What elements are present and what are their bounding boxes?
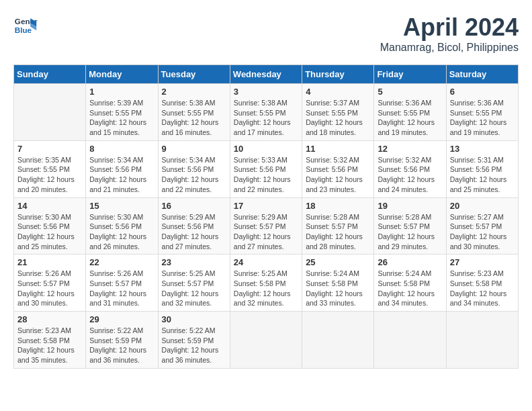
calendar-header-friday: Friday	[374, 65, 446, 84]
day-number: 5	[378, 87, 442, 97]
title-area: April 2024 Manamrag, Bicol, Philippines	[380, 13, 519, 54]
calendar-cell: 27Sunrise: 5:23 AMSunset: 5:58 PMDayligh…	[446, 255, 518, 312]
day-detail: Sunrise: 5:35 AMSunset: 5:55 PMDaylight:…	[17, 155, 82, 195]
day-detail: Sunrise: 5:26 AMSunset: 5:57 PMDaylight:…	[89, 269, 154, 308]
day-detail: Sunrise: 5:22 AMSunset: 5:59 PMDaylight:…	[89, 326, 154, 365]
day-detail: Sunrise: 5:34 AMSunset: 5:56 PMDaylight:…	[162, 155, 226, 195]
day-number: 28	[17, 314, 82, 324]
calendar-cell: 30Sunrise: 5:22 AMSunset: 5:59 PMDayligh…	[158, 312, 230, 369]
day-detail: Sunrise: 5:25 AMSunset: 5:58 PMDaylight:…	[234, 269, 298, 308]
calendar-cell: 7Sunrise: 5:35 AMSunset: 5:55 PMDaylight…	[14, 140, 86, 197]
calendar-week-4: 21Sunrise: 5:26 AMSunset: 5:57 PMDayligh…	[14, 255, 519, 312]
calendar-cell: 10Sunrise: 5:33 AMSunset: 5:56 PMDayligh…	[230, 140, 302, 197]
day-detail: Sunrise: 5:39 AMSunset: 5:55 PMDaylight:…	[89, 98, 154, 138]
calendar-cell	[374, 312, 446, 369]
day-number: 24	[234, 257, 298, 267]
calendar-cell: 18Sunrise: 5:28 AMSunset: 5:57 PMDayligh…	[302, 197, 374, 255]
day-number: 9	[162, 144, 226, 154]
day-detail: Sunrise: 5:24 AMSunset: 5:58 PMDaylight:…	[306, 269, 370, 308]
calendar-week-5: 28Sunrise: 5:23 AMSunset: 5:58 PMDayligh…	[14, 312, 519, 369]
day-detail: Sunrise: 5:26 AMSunset: 5:57 PMDaylight:…	[17, 269, 82, 308]
day-number: 18	[306, 201, 370, 211]
day-number: 20	[450, 201, 515, 211]
day-detail: Sunrise: 5:23 AMSunset: 5:58 PMDaylight:…	[450, 269, 515, 308]
day-number: 1	[89, 87, 154, 97]
calendar-cell: 12Sunrise: 5:32 AMSunset: 5:56 PMDayligh…	[374, 140, 446, 197]
page-header: General Blue April 2024 Manamrag, Bicol,…	[13, 13, 519, 54]
day-detail: Sunrise: 5:30 AMSunset: 5:56 PMDaylight:…	[89, 212, 154, 252]
calendar-cell	[230, 312, 302, 369]
day-number: 7	[17, 144, 82, 154]
calendar-cell: 4Sunrise: 5:37 AMSunset: 5:55 PMDaylight…	[302, 84, 374, 141]
calendar-header-tuesday: Tuesday	[158, 65, 230, 84]
calendar-cell: 28Sunrise: 5:23 AMSunset: 5:58 PMDayligh…	[14, 312, 86, 369]
day-detail: Sunrise: 5:32 AMSunset: 5:56 PMDaylight:…	[306, 155, 370, 195]
day-number: 19	[378, 201, 442, 211]
svg-text:Blue: Blue	[15, 26, 32, 34]
day-number: 17	[234, 201, 298, 211]
day-detail: Sunrise: 5:29 AMSunset: 5:57 PMDaylight:…	[234, 212, 298, 252]
calendar-cell: 24Sunrise: 5:25 AMSunset: 5:58 PMDayligh…	[230, 255, 302, 312]
calendar-cell: 11Sunrise: 5:32 AMSunset: 5:56 PMDayligh…	[302, 140, 374, 197]
day-number: 13	[450, 144, 515, 154]
day-detail: Sunrise: 5:24 AMSunset: 5:58 PMDaylight:…	[378, 269, 442, 308]
calendar-table: SundayMondayTuesdayWednesdayThursdayFrid…	[13, 64, 519, 369]
day-number: 29	[89, 314, 154, 324]
calendar-week-1: 1Sunrise: 5:39 AMSunset: 5:55 PMDaylight…	[14, 84, 519, 141]
calendar-body: 1Sunrise: 5:39 AMSunset: 5:55 PMDaylight…	[14, 84, 519, 369]
calendar-cell	[302, 312, 374, 369]
day-number: 27	[450, 257, 515, 267]
day-number: 4	[306, 87, 370, 97]
day-number: 21	[17, 257, 82, 267]
day-number: 30	[162, 314, 226, 324]
logo: General Blue	[13, 13, 38, 38]
day-number: 11	[306, 144, 370, 154]
day-number: 25	[306, 257, 370, 267]
day-detail: Sunrise: 5:31 AMSunset: 5:56 PMDaylight:…	[450, 155, 515, 195]
calendar-cell: 13Sunrise: 5:31 AMSunset: 5:56 PMDayligh…	[446, 140, 518, 197]
day-detail: Sunrise: 5:22 AMSunset: 5:59 PMDaylight:…	[162, 326, 226, 365]
day-detail: Sunrise: 5:37 AMSunset: 5:55 PMDaylight:…	[306, 98, 370, 138]
calendar-cell	[446, 312, 518, 369]
day-number: 10	[234, 144, 298, 154]
day-number: 8	[89, 144, 154, 154]
day-detail: Sunrise: 5:33 AMSunset: 5:56 PMDaylight:…	[234, 155, 298, 195]
day-number: 16	[162, 201, 226, 211]
calendar-cell: 22Sunrise: 5:26 AMSunset: 5:57 PMDayligh…	[86, 255, 158, 312]
calendar-cell: 9Sunrise: 5:34 AMSunset: 5:56 PMDaylight…	[158, 140, 230, 197]
calendar-week-3: 14Sunrise: 5:30 AMSunset: 5:56 PMDayligh…	[14, 197, 519, 255]
day-number: 2	[162, 87, 226, 97]
day-detail: Sunrise: 5:38 AMSunset: 5:55 PMDaylight:…	[234, 98, 298, 138]
calendar-cell: 16Sunrise: 5:29 AMSunset: 5:56 PMDayligh…	[158, 197, 230, 255]
calendar-subtitle: Manamrag, Bicol, Philippines	[380, 42, 519, 54]
day-detail: Sunrise: 5:34 AMSunset: 5:56 PMDaylight:…	[89, 155, 154, 195]
day-detail: Sunrise: 5:23 AMSunset: 5:58 PMDaylight:…	[17, 326, 82, 365]
day-number: 12	[378, 144, 442, 154]
calendar-cell: 20Sunrise: 5:27 AMSunset: 5:57 PMDayligh…	[446, 197, 518, 255]
calendar-cell: 3Sunrise: 5:38 AMSunset: 5:55 PMDaylight…	[230, 84, 302, 141]
calendar-cell: 17Sunrise: 5:29 AMSunset: 5:57 PMDayligh…	[230, 197, 302, 255]
calendar-cell: 5Sunrise: 5:36 AMSunset: 5:55 PMDaylight…	[374, 84, 446, 141]
day-detail: Sunrise: 5:29 AMSunset: 5:56 PMDaylight:…	[162, 212, 226, 252]
day-detail: Sunrise: 5:30 AMSunset: 5:56 PMDaylight:…	[17, 212, 82, 252]
calendar-header-row: SundayMondayTuesdayWednesdayThursdayFrid…	[14, 65, 519, 84]
day-detail: Sunrise: 5:28 AMSunset: 5:57 PMDaylight:…	[378, 212, 442, 252]
day-detail: Sunrise: 5:25 AMSunset: 5:57 PMDaylight:…	[162, 269, 226, 308]
calendar-cell: 21Sunrise: 5:26 AMSunset: 5:57 PMDayligh…	[14, 255, 86, 312]
calendar-cell: 6Sunrise: 5:36 AMSunset: 5:55 PMDaylight…	[446, 84, 518, 141]
day-detail: Sunrise: 5:32 AMSunset: 5:56 PMDaylight:…	[378, 155, 442, 195]
calendar-title: April 2024	[380, 13, 519, 42]
day-number: 23	[162, 257, 226, 267]
day-number: 6	[450, 87, 515, 97]
day-detail: Sunrise: 5:28 AMSunset: 5:57 PMDaylight:…	[306, 212, 370, 252]
day-number: 14	[17, 201, 82, 211]
day-number: 15	[89, 201, 154, 211]
day-detail: Sunrise: 5:36 AMSunset: 5:55 PMDaylight:…	[450, 98, 515, 138]
calendar-cell: 19Sunrise: 5:28 AMSunset: 5:57 PMDayligh…	[374, 197, 446, 255]
calendar-header-sunday: Sunday	[14, 65, 86, 84]
calendar-header-thursday: Thursday	[302, 65, 374, 84]
day-number: 3	[234, 87, 298, 97]
calendar-cell: 29Sunrise: 5:22 AMSunset: 5:59 PMDayligh…	[86, 312, 158, 369]
day-number: 26	[378, 257, 442, 267]
calendar-week-2: 7Sunrise: 5:35 AMSunset: 5:55 PMDaylight…	[14, 140, 519, 197]
